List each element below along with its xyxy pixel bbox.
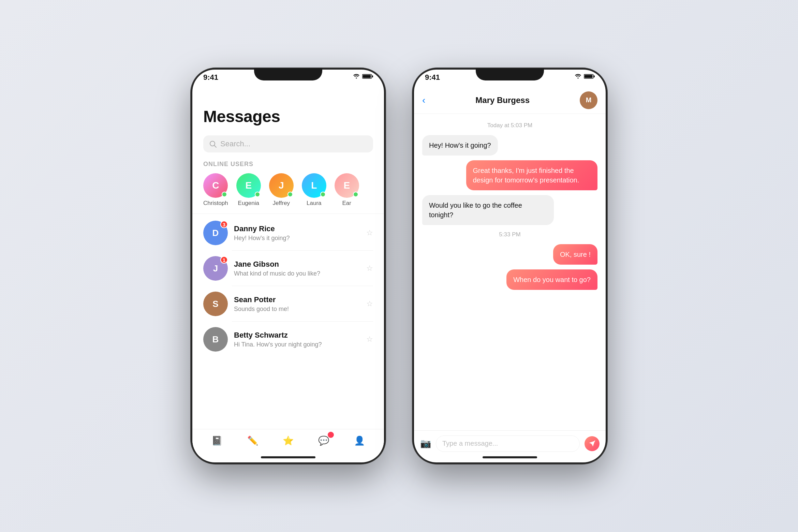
battery-icon [584,74,595,79]
left-phone: 9:41 Messages [191,68,385,464]
chat-contact-name: Mary Burgess [475,95,530,105]
chat-input-bar: 📷 Type a message... [414,430,606,456]
right-phone: 9:41 ‹ Mary Burgess M Today [413,68,607,464]
status-icons [574,74,595,79]
message-row: When do you want to go? [422,269,597,290]
star-icon[interactable]: ☆ [366,335,373,344]
avatar: B [203,327,228,352]
battery-icon [362,74,373,79]
search-bar[interactable]: Search... [203,135,373,152]
search-placeholder: Search... [220,139,250,148]
message-bubble: Hey! How's it going? [422,135,498,156]
online-indicator [222,192,227,197]
avatar-wrap: E [335,173,359,198]
message-preview: What kind of music do you like? [234,270,360,277]
message-row: Great thanks, I'm just finished the desi… [422,160,597,190]
avatar: J 1 [203,256,228,281]
svg-line-4 [215,146,217,148]
chat-header: ‹ Mary Burgess M [414,87,606,114]
tab-profile[interactable]: 👤 [349,432,370,449]
online-indicator [255,192,260,197]
list-item[interactable]: D 3 Danny Rice Hey! How's it going? ☆ [192,215,384,251]
message-list: D 3 Danny Rice Hey! How's it going? ☆ J … [192,215,384,429]
notch [476,68,544,80]
tab-favorites[interactable]: ⭐ [278,432,298,449]
svg-rect-1 [372,75,373,77]
tab-badge [328,432,334,438]
tab-notes[interactable]: 📓 [207,432,227,449]
online-user[interactable]: E Ear [335,173,359,207]
contact-name: Sean Potter [234,295,360,304]
messages-screen: 9:41 Messages [192,70,384,462]
user-name: Ear [342,200,351,207]
message-bubble: Would you like to go the coffee tonight? [422,195,554,225]
notes-icon: 📓 [211,435,222,446]
tab-compose[interactable]: ✏️ [242,432,263,449]
star-tab-icon: ⭐ [283,435,294,446]
back-button[interactable]: ‹ [422,95,425,106]
messages-header: Messages [192,87,384,131]
message-content: Sean Potter Sounds good to me! [234,295,360,313]
online-indicator [320,192,326,197]
star-icon[interactable]: ☆ [366,228,373,237]
timestamp: Today at 5:03 PM [422,122,597,129]
user-name: Laura [307,200,321,207]
user-name: Christoph [203,200,228,207]
message-row: Hey! How's it going? [422,135,597,156]
user-name: Jeffrey [272,200,290,207]
avatar: D 3 [203,221,228,245]
online-user[interactable]: L Laura [302,173,326,207]
tab-messages[interactable]: 💬 [313,432,334,449]
list-item[interactable]: J 1 Jane Gibson What kind of music do yo… [192,251,384,286]
divider [192,213,384,214]
message-bubble: OK, sure ! [553,244,597,265]
online-user[interactable]: J Jeffrey [269,173,294,207]
online-indicator [353,192,358,197]
list-item[interactable]: S Sean Potter Sounds good to me! ☆ [192,286,384,322]
user-name: Eugenia [238,200,259,207]
svg-rect-2 [363,75,371,78]
chat-messages: Today at 5:03 PM Hey! How's it going? Gr… [414,114,606,430]
send-button[interactable] [585,436,600,451]
star-icon[interactable]: ☆ [366,264,373,273]
online-user[interactable]: C Christoph [203,173,228,207]
svg-rect-6 [594,75,595,77]
avatar-wrap: E [236,173,261,198]
message-bubble: When do you want to go? [506,269,597,290]
message-preview: Hey! How's it going? [234,235,360,242]
message-bubble: Great thanks, I'm just finished the desi… [466,160,598,190]
message-preview: Hi Tina. How's your night going? [234,341,360,348]
online-indicator [287,192,293,197]
avatar-wrap: L [302,173,326,198]
star-icon[interactable]: ☆ [366,299,373,308]
online-section-label: ONLINE USERS [192,157,384,171]
tab-bar: 📓 ✏️ ⭐ 💬 👤 [192,429,384,456]
list-item[interactable]: B Betty Schwartz Hi Tina. How's your nig… [192,322,384,357]
compose-icon: ✏️ [247,435,258,446]
svg-rect-7 [585,75,593,78]
chat-avatar[interactable]: M [580,91,597,109]
contact-name: Danny Rice [234,224,360,233]
message-content: Betty Schwartz Hi Tina. How's your night… [234,331,360,348]
avatar-wrap: J [269,173,294,198]
avatar-wrap: C [203,173,228,198]
wifi-icon [353,74,360,79]
home-indicator [261,456,315,458]
unread-badge: 1 [220,256,228,264]
camera-icon[interactable]: 📷 [420,438,431,449]
page-title: Messages [203,107,373,126]
contact-name: Jane Gibson [234,260,360,269]
online-user[interactable]: E Eugenia [236,173,261,207]
unread-badge: 3 [220,221,228,228]
message-preview: Sounds good to me! [234,306,360,313]
messages-tab-icon: 💬 [318,435,329,446]
status-time: 9:41 [203,73,218,82]
message-row: Would you like to go the coffee tonight? [422,195,597,225]
message-row: OK, sure ! [422,244,597,265]
message-content: Jane Gibson What kind of music do you li… [234,260,360,277]
notch [254,68,322,80]
online-users-list: C Christoph E Eugenia J Jeffrey [192,171,384,212]
input-placeholder: Type a message... [442,440,498,447]
message-input[interactable]: Type a message... [436,435,580,452]
wifi-icon [574,74,582,79]
